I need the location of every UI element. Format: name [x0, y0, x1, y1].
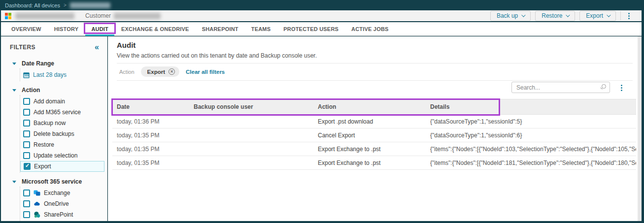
tab-protected-users[interactable]: PROTECTED USERS: [277, 22, 345, 35]
section-label: Date Range: [22, 60, 54, 67]
checkbox[interactable]: [23, 141, 30, 148]
audit-table: Date Backup console user Action Details …: [112, 99, 636, 170]
filter-option-onedrive[interactable]: OneDrive: [20, 198, 104, 209]
cell-date: today, 01:35 PM: [112, 146, 189, 153]
more-options-icon[interactable]: [625, 11, 633, 21]
scrollbar[interactable]: [638, 36, 642, 221]
filter-section-m365-service[interactable]: Microsoft 365 service: [1, 177, 107, 187]
option-label: OneDrive: [44, 200, 69, 207]
tab-overview[interactable]: OVERVIEW: [5, 22, 48, 35]
table-row[interactable]: today, 01:35 PM Cancel Export {"dataSour…: [112, 128, 636, 142]
tab-audit-label: AUDIT: [91, 26, 108, 32]
restore-button[interactable]: Restore: [535, 11, 575, 21]
cell-user: [189, 132, 313, 139]
option-label: Delete backups: [34, 130, 74, 137]
filter-option-restore[interactable]: Restore: [20, 139, 104, 150]
tab-audit[interactable]: AUDIT: [85, 22, 115, 35]
breadcrumb[interactable]: Dashboard: All devices: [5, 2, 60, 8]
cell-action: Export Exchange to .pst: [313, 146, 426, 153]
breadcrumb-separator: >: [64, 2, 67, 8]
column-header-user[interactable]: Backup console user: [189, 103, 313, 110]
option-label: Update selection: [34, 152, 77, 159]
export-button[interactable]: Export: [579, 11, 616, 21]
filter-section-date-range[interactable]: Date Range: [1, 59, 107, 68]
checkbox[interactable]: [23, 211, 30, 218]
cell-details: {"dataSourceType":1,"sessionId":5}: [426, 118, 636, 125]
page-title: Audit: [117, 41, 136, 49]
filter-option-backup-now[interactable]: Backup now: [20, 118, 104, 128]
cell-user: [189, 118, 313, 125]
filter-option-update-selection[interactable]: Update selection: [20, 150, 104, 161]
divider: [117, 63, 633, 64]
table-row[interactable]: today, 01:36 PM Export .pst download {"d…: [112, 115, 636, 128]
filter-option-add-domain[interactable]: Add domain: [20, 96, 104, 107]
backup-button[interactable]: Back up: [490, 11, 531, 21]
option-label: SharePoint: [44, 211, 73, 218]
filter-option-delete-backups[interactable]: Delete backups: [20, 128, 104, 139]
triangle-down-icon: [12, 63, 16, 65]
table-options-icon[interactable]: [618, 83, 625, 93]
cell-details: {"items":{"Nodes":[{"NodeId":103,"Select…: [426, 146, 636, 153]
export-button-label: Export: [586, 12, 603, 19]
filter-option-add-m365-service[interactable]: Add M365 service: [20, 107, 104, 118]
table-header-row: Date Backup console user Action Details: [112, 99, 636, 115]
collapse-sidebar-icon[interactable]: «: [95, 44, 99, 50]
section-label: Microsoft 365 service: [22, 178, 82, 185]
cell-action: Export .pst download: [313, 118, 426, 125]
checkbox[interactable]: [23, 200, 30, 207]
table-row[interactable]: today, 01:35 PM Export Exchange to .pst …: [112, 142, 636, 156]
cell-user: [189, 146, 313, 153]
checkbox[interactable]: [23, 190, 30, 196]
table-row[interactable]: today, 01:35 PM Export Exchange to .pst …: [112, 156, 636, 170]
checkbox[interactable]: [23, 109, 30, 116]
option-label: Add domain: [34, 98, 65, 105]
cell-user: [189, 159, 313, 166]
filter-section-action[interactable]: Action: [1, 85, 107, 95]
filter-option-teams[interactable]: T Teams: [20, 220, 104, 221]
column-header-date[interactable]: Date: [112, 103, 189, 110]
tab-history[interactable]: HISTORY: [48, 22, 85, 35]
date-range-link: Last 28 days: [33, 71, 67, 78]
search-input[interactable]: [511, 82, 610, 93]
filters-sidebar: FILTERS « Date Range Last 28 days Action…: [1, 36, 107, 221]
cell-details: {"items":{"Nodes":[{"NodeId":181,"Select…: [426, 159, 636, 166]
filter-chip-export[interactable]: Export ✕: [141, 66, 179, 77]
tab-sharepoint[interactable]: SHAREPOINT: [196, 22, 245, 35]
checkbox[interactable]: [23, 98, 30, 105]
date-range-value[interactable]: Last 28 days: [20, 69, 104, 80]
divider: [620, 11, 621, 20]
column-header-action[interactable]: Action: [313, 103, 426, 110]
page-description: View the actions carried out on this ten…: [117, 52, 317, 59]
redacted-tenant-name: [15, 13, 74, 19]
calendar-icon: [23, 72, 30, 78]
tab-active-jobs[interactable]: ACTIVE JOBS: [345, 22, 395, 35]
option-label: Backup now: [34, 120, 66, 127]
filter-option-exchange[interactable]: Exchange: [20, 188, 104, 198]
filters-title: FILTERS: [10, 44, 35, 51]
tab-exchange-onedrive[interactable]: EXCHANGE & ONEDRIVE: [115, 22, 196, 35]
clear-all-filters-link[interactable]: Clear all filters: [186, 69, 225, 75]
checkbox-checked[interactable]: [24, 163, 31, 170]
audit-panel: Audit View the actions carried out on th…: [108, 36, 638, 221]
chevron-down-icon: [566, 13, 570, 17]
checkbox[interactable]: [23, 152, 30, 159]
checkbox[interactable]: [23, 120, 30, 127]
filter-category-label: Action: [119, 69, 135, 75]
option-label: Add M365 service: [34, 109, 81, 116]
microsoft-logo-icon: [5, 13, 11, 19]
triangle-down-icon: [12, 89, 16, 92]
remove-filter-icon[interactable]: ✕: [169, 68, 175, 75]
filter-option-export[interactable]: Export: [20, 161, 104, 172]
chevron-down-icon: [607, 13, 610, 17]
checkbox[interactable]: [23, 130, 30, 137]
redacted-breadcrumb-item: [70, 2, 110, 8]
search-icon: [602, 84, 606, 89]
cell-action: Export Exchange to .pst: [313, 159, 426, 166]
column-header-details[interactable]: Details: [426, 103, 636, 110]
option-label: Restore: [34, 141, 54, 148]
active-filters-bar: Action Export ✕ Clear all filters: [119, 66, 225, 77]
filter-option-sharepoint[interactable]: SharePoint: [20, 209, 104, 220]
cell-date: today, 01:36 PM: [112, 118, 189, 125]
tab-teams[interactable]: TEAMS: [245, 22, 277, 35]
exchange-icon: [34, 190, 40, 196]
